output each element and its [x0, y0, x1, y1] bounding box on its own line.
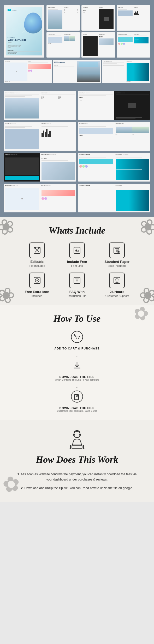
whats-include-section: ❀ ❀ Whats Include Editable File Included: [0, 217, 154, 305]
preview-thumb-6: THE FRAMEWORK SOLUTIONS: [117, 32, 150, 58]
svg-point-31: [78, 338, 79, 339]
how-work-section: ✿ How Does This Work 1. Ass soon as Webs…: [0, 420, 154, 502]
icon-sub: Included: [32, 294, 43, 297]
paper-icon-box: A: [109, 242, 125, 258]
preview-bottom-thumb-2: BUSINESS WHITE PAPER CONTACT: [53, 60, 101, 83]
download-icon: [71, 359, 83, 374]
arrow-2: ↓: [75, 382, 79, 389]
step-2-sub: Which Contains The Link To Your Template: [55, 379, 99, 381]
font-label: Include Free: [67, 260, 87, 264]
support-label: 24 Hours: [110, 290, 125, 294]
icon-icon-box: [29, 273, 45, 288]
include-item-faq: ? FAQ With Instruction File: [58, 273, 96, 297]
work-step-1-text: Ass soon as Website confirms the payment…: [21, 472, 137, 481]
extra-icon-icon: [33, 276, 41, 285]
work-step-2-text: Download and unzip the zip file. You can…: [25, 486, 133, 490]
editable-icon-box: [29, 242, 45, 258]
preview-bottom-thumb-3: THE FRAMEWORK SOLUTIONS solution text: [102, 60, 150, 83]
person-laptop-icon: [5, 428, 149, 451]
include-item-icon: Free Extra Icon Included: [18, 273, 56, 297]
svg-text:A: A: [118, 252, 119, 253]
icon-label: Free Extra Icon: [25, 290, 49, 294]
spread-5: HISTORY OUR COMPANY HIGHLIGHTS OUR COMPA…: [4, 153, 76, 182]
spread-row-3: HISTORY OUR COMPANY HIGHLIGHTS OUR COMPA…: [4, 153, 150, 182]
preview-thumb-2: COMPANY 55% +200 MISSION: [81, 5, 115, 31]
spread-6: THE FRAMEWORK SOLUTIONS OUR SERVICE: [78, 153, 150, 182]
spread-3: SERVICES OUR TEAM STATUS BAR CHART: [4, 122, 76, 151]
svg-rect-41: [72, 445, 82, 448]
edit-icon: [71, 390, 83, 405]
svg-point-30: [76, 338, 76, 339]
step-add-to-cart: ADD TO CART & PURCHASE: [54, 331, 99, 350]
faq-sub: Instruction File: [68, 294, 86, 297]
floral-decoration-br: ❀: [135, 281, 154, 305]
paper-label: Standerd Paper: [104, 260, 129, 264]
include-item-editable: Editable File Included: [18, 242, 56, 267]
how-to-steps: ADD TO CART & PURCHASE ↓ DOWNLOAD THE FI…: [38, 331, 116, 412]
main-cover-mockup: CO COMPANY BUSINESS WHITE PAPER 2020-202…: [4, 5, 44, 58]
how-to-use-title: How To Use: [5, 313, 149, 324]
svg-rect-39: [79, 434, 81, 436]
include-grid: Editable File Included Aa Include Free F…: [18, 242, 136, 297]
preview-thumb-3: SERVICES STATUS: [117, 5, 150, 31]
arrow-1: ↓: [75, 351, 79, 358]
faq-icon: ?: [73, 276, 81, 285]
step-3-label: DOWNLOAD THE FILE: [60, 406, 95, 410]
preview-bottom-thumb-1: ROAD-MAP 🗺 2019 2020 2021 SOLVE: [4, 60, 52, 83]
support-icon: [113, 276, 121, 285]
support-sub: Customer Support: [105, 294, 129, 297]
spread-2: COMPANY ABOUT US 55% +200 MISSION COMPAN…: [78, 91, 150, 120]
spread-preview-section: THE FOUNDER BRAND NAME CONTENT PAGE 2 01…: [0, 88, 154, 217]
how-work-text: 1. Ass soon as Website confirms the paym…: [17, 472, 137, 491]
editable-label: Editable: [30, 260, 44, 264]
step-2-label: DOWNLOAD THE FILE: [60, 375, 95, 379]
step-1-label: ADD TO CART & PURCHASE: [54, 347, 99, 350]
svg-rect-38: [73, 434, 75, 436]
step-download: DOWNLOAD THE FILE Which Contains The Lin…: [55, 359, 99, 381]
whats-include-title: Whats Include: [5, 225, 149, 236]
floral-decoration-bl: ❀: [0, 281, 19, 305]
svg-point-37: [74, 431, 80, 438]
cart-icon: [71, 331, 83, 345]
spread-4: FUTURE PLAN +81% OUR EXPERTS Name Name: [78, 122, 150, 151]
faq-icon-box: ?: [69, 273, 85, 288]
floral-decoration-tl: ❀: [0, 217, 19, 241]
work-step-2-number: 2.: [21, 486, 23, 490]
spread-8: THE FRAMEWORK SOLUTIONS: [78, 184, 150, 212]
spread-7: ROAD-MAP FUTURE PLAN 🗺 SOLVE COME TO US: [4, 184, 76, 212]
font-icon-box: Aa: [69, 242, 85, 258]
support-icon-box: [109, 273, 125, 288]
faq-label: FAQ With: [69, 290, 85, 294]
paper-icon: A: [113, 246, 121, 255]
how-work-title: How Does This Work: [5, 454, 149, 465]
work-step-1: 1. Ass soon as Website confirms the paym…: [17, 472, 137, 482]
spread-row-4: ROAD-MAP FUTURE PLAN 🗺 SOLVE COME TO US …: [4, 184, 150, 212]
font-icon: Aa: [73, 246, 81, 255]
include-item-support: 24 Hours Customer Support: [98, 273, 136, 297]
floral-decoration-tr: ❀: [135, 217, 154, 241]
font-sub: Font Link: [71, 264, 83, 267]
svg-text:Aa: Aa: [75, 249, 79, 253]
preview-thumb-5: HISTORY HIGHLIGHTS 55.3%: [81, 32, 115, 58]
preview-thumb-1: THE FOUNDER CONTENT 01.02. 03.04.: [46, 5, 80, 31]
scissors-icon: [33, 246, 41, 255]
step-customize: DOWNLOAD THE FILE Customize Your Templat…: [57, 390, 97, 412]
editable-sub: File Included: [29, 264, 45, 267]
paper-sub: Size Included: [108, 264, 126, 267]
spread-1: THE FOUNDER BRAND NAME CONTENT PAGE 2 01…: [4, 91, 76, 120]
cover-preview-section: CO COMPANY BUSINESS WHITE PAPER 2020-202…: [0, 0, 154, 88]
include-item-paper: A Standerd Paper Size Included: [98, 242, 136, 267]
spread-row-2: SERVICES OUR TEAM STATUS BAR CHART: [4, 122, 150, 151]
how-to-use-section: ✿ How To Use ADD TO CART & PURCHASE ↓: [0, 305, 154, 420]
spread-row-1: THE FOUNDER BRAND NAME CONTENT PAGE 2 01…: [4, 91, 150, 120]
step-3-sub: Customize Your Template, Save & Use: [57, 410, 97, 412]
svg-point-29: [71, 331, 83, 343]
include-item-font: Aa Include Free Font Link: [58, 242, 96, 267]
preview-bottom-row: ROAD-MAP 🗺 2019 2020 2021 SOLVE: [4, 60, 150, 83]
preview-grid-top: THE FOUNDER CONTENT 01.02. 03.04.: [46, 5, 150, 58]
preview-top-row: CO COMPANY BUSINESS WHITE PAPER 2020-202…: [4, 5, 150, 58]
work-step-2: 2. Download and unzip the zip file. You …: [17, 485, 137, 491]
preview-thumb-4: FUTURE PLAN +81% OUR EXPERTS: [46, 32, 80, 58]
svg-point-16: [37, 280, 38, 281]
